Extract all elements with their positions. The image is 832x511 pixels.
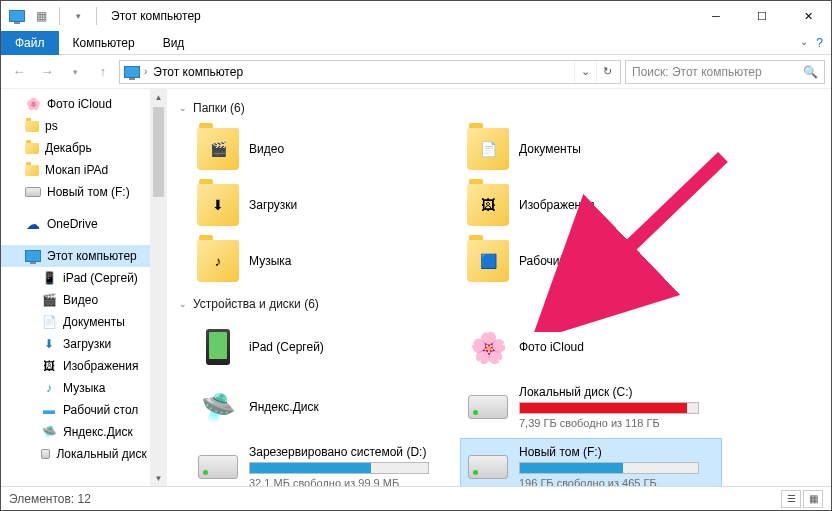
tab-computer[interactable]: Компьютер [59,32,149,54]
pc-icon [122,62,142,82]
tiles-view-button[interactable]: ▦ [803,490,823,508]
chevron-down-icon: ⌄ [179,299,187,309]
maximize-button[interactable]: ☐ [739,1,785,31]
device-item[interactable]: Локальный диск (C:)7,39 ГБ свободно из 1… [461,379,721,435]
explorer-window: ▦ ▾ Этот компьютер ─ ☐ ✕ Файл Компьютер … [0,0,832,511]
device-item[interactable]: 🛸Яндекс.Диск [191,379,451,435]
window-title: Этот компьютер [107,9,693,23]
chevron-right-icon[interactable]: › [142,66,149,77]
scroll-up-icon[interactable]: ▲ [151,89,166,105]
search-input[interactable]: Поиск: Этот компьютер 🔍 [625,60,825,84]
item-count: Элементов: 12 [9,492,91,506]
sidebar-item-label: Мокап iPAd [45,163,108,177]
caret-chevron-icon[interactable]: ▾ [68,6,88,26]
chevron-down-icon[interactable]: ⌄ [800,36,808,50]
scrollbar-thumb[interactable] [153,107,164,197]
pc-icon[interactable] [7,6,27,26]
separator [59,7,60,25]
device-label: Локальный диск (C:) [519,385,715,399]
group-title: Устройства и диски (6) [193,297,319,311]
status-bar: Элементов: 12 ☰ ▦ [1,486,831,510]
storage-bar [519,462,699,474]
sidebar-item[interactable]: 📱iPad (Сергей) [1,267,166,289]
sidebar-item[interactable]: Этот компьютер [1,245,166,267]
folder-label: Изображения [519,198,594,212]
folders-grid: 🎬Видео📄Документы⬇Загрузки🖼Изображения♪Му… [191,123,819,287]
up-button[interactable]: ↑ [91,60,115,84]
device-icon [467,386,509,428]
sidebar-item[interactable]: ps [1,115,166,137]
window-controls: ─ ☐ ✕ [693,1,831,31]
refresh-button[interactable]: ↻ [596,61,618,83]
sidebar-scrollbar[interactable]: ▲ ▼ [150,89,166,486]
storage-text: 32,1 МБ свободно из 99,9 МБ [249,477,445,486]
sidebar-item[interactable]: ☁OneDrive [1,213,166,235]
sidebar-item[interactable]: 🛸Яндекс.Диск [1,421,166,443]
folder-item[interactable]: 🎬Видео [191,123,451,175]
device-label: Фото iCloud [519,340,715,354]
folder-item[interactable]: ⬇Загрузки [191,179,451,231]
navigation-pane: 🌸Фото iCloudpsДекабрьМокап iPAdНовый том… [1,89,167,486]
group-header-folders[interactable]: ⌄ Папки (6) [179,101,819,115]
sidebar-item[interactable]: ♪Музыка [1,377,166,399]
sidebar-item[interactable]: Новый том (F:) [1,181,166,203]
device-label: Яндекс.Диск [249,400,445,414]
help-icon[interactable]: ? [816,36,823,50]
sidebar-item[interactable]: Декабрь [1,137,166,159]
folder-icon: 🟦 [467,240,509,282]
sidebar-item-label: Видео [63,293,98,307]
address-dropdown-button[interactable]: ⌄ [574,61,596,83]
sidebar-item-label: OneDrive [47,217,98,231]
ribbon-right: ⌄ ? [800,36,831,50]
device-icon: 🌸 [467,326,509,368]
sidebar-item[interactable]: 📄Документы [1,311,166,333]
view-switcher: ☰ ▦ [781,490,823,508]
folder-item[interactable]: ♪Музыка [191,235,451,287]
devices-grid: iPad (Сергей)🌸Фото iCloud🛸Яндекс.ДискЛок… [191,319,819,486]
tab-view[interactable]: Вид [149,32,199,54]
ribbon-tabs: Файл Компьютер Вид ⌄ ? [1,31,831,55]
device-item[interactable]: iPad (Сергей) [191,319,451,375]
sidebar-item[interactable]: ▬Рабочий стол [1,399,166,421]
device-label: Зарезервировано системой (D:) [249,445,445,459]
properties-icon[interactable]: ▦ [31,6,51,26]
search-placeholder: Поиск: Этот компьютер [632,65,803,79]
folder-label: Загрузки [249,198,297,212]
device-label: iPad (Сергей) [249,340,445,354]
address-bar[interactable]: › Этот компьютер ⌄ ↻ [119,60,621,84]
search-icon: 🔍 [803,65,818,79]
sidebar-item-label: Загрузки [63,337,111,351]
quick-access-toolbar: ▦ ▾ [1,6,107,26]
folder-label: Видео [249,142,284,156]
folder-icon: ⬇ [197,184,239,226]
device-item[interactable]: Новый том (F:)196 ГБ свободно из 465 ГБ [461,439,721,486]
scroll-down-icon[interactable]: ▼ [151,470,166,486]
breadcrumb-location[interactable]: Этот компьютер [149,65,247,79]
close-button[interactable]: ✕ [785,1,831,31]
minimize-button[interactable]: ─ [693,1,739,31]
details-view-button[interactable]: ☰ [781,490,801,508]
sidebar-item[interactable]: 🎬Видео [1,289,166,311]
sidebar-item[interactable]: Локальный диск (… [1,443,166,465]
folder-item[interactable]: 📄Документы [461,123,721,175]
sidebar-item[interactable]: 🖼Изображения [1,355,166,377]
folder-item[interactable]: 🖼Изображения [461,179,721,231]
sidebar-item-label: Яндекс.Диск [63,425,133,439]
sidebar-item-label: ps [45,119,58,133]
group-header-devices[interactable]: ⌄ Устройства и диски (6) [179,297,819,311]
device-item[interactable]: Зарезервировано системой (D:)32,1 МБ сво… [191,439,451,486]
sidebar-item[interactable]: Мокап iPAd [1,159,166,181]
recent-dropdown[interactable]: ▾ [63,60,87,84]
back-button[interactable]: ← [7,60,31,84]
device-icon [197,326,239,368]
tab-file[interactable]: Файл [1,31,59,55]
sidebar-item-label: Рабочий стол [63,403,138,417]
folder-item[interactable]: 🟦Рабочий стол [461,235,721,287]
sidebar-item[interactable]: 🌸Фото iCloud [1,93,166,115]
folder-label: Рабочий стол [519,254,594,268]
storage-text: 196 ГБ свободно из 465 ГБ [519,477,715,486]
sidebar-item[interactable]: ⬇Загрузки [1,333,166,355]
forward-button[interactable]: → [35,60,59,84]
group-title: Папки (6) [193,101,245,115]
device-item[interactable]: 🌸Фото iCloud [461,319,721,375]
